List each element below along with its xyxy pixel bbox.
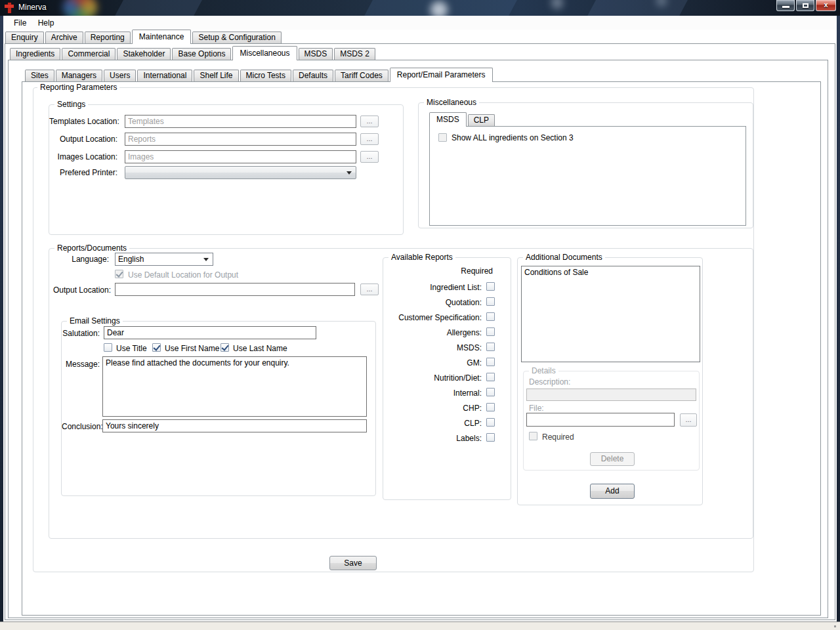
- tab-shelf-life[interactable]: Shelf Life: [194, 70, 238, 81]
- tab-miscellaneous[interactable]: Miscellaneous: [232, 46, 297, 60]
- report-checkbox-msds[interactable]: [486, 343, 495, 351]
- tab-control-msds-clp: MSDS CLP Show ALL ingredients on Section…: [429, 112, 746, 226]
- tab-clp-inner[interactable]: CLP: [468, 114, 495, 126]
- rd-output-browse-button[interactable]: ...: [360, 284, 379, 295]
- delete-button[interactable]: Delete: [590, 452, 635, 466]
- tab-stakeholder[interactable]: Stakeholder: [117, 48, 171, 60]
- report-checkbox-nutrition-diet[interactable]: [486, 373, 495, 381]
- report-checkbox-ingredient-list[interactable]: [486, 282, 495, 291]
- output-location-input[interactable]: [125, 133, 356, 146]
- images-browse-button[interactable]: ...: [360, 151, 379, 163]
- report-checkbox-chp[interactable]: [486, 403, 495, 411]
- tab-micro-tests[interactable]: Micro Tests: [240, 70, 291, 81]
- description-input[interactable]: [526, 388, 696, 401]
- tab-strip-main: Enquiry Archive Reporting Maintenance Se…: [5, 30, 835, 43]
- report-label-quotation: Quotation:: [383, 298, 482, 307]
- use-last-name-label: Use Last Name: [233, 344, 287, 353]
- message-textarea[interactable]: Please find attached the documents for y…: [102, 356, 367, 417]
- tab-managers[interactable]: Managers: [56, 70, 102, 81]
- prefered-printer-label: Prefered Printer:: [49, 168, 117, 177]
- tab-report-email-parameters[interactable]: Report/Email Parameters: [390, 68, 493, 82]
- blurred-highlight: [430, 1, 448, 16]
- prefered-printer-select[interactable]: [125, 166, 356, 179]
- tab-msds-inner[interactable]: MSDS: [429, 112, 467, 127]
- templates-browse-button[interactable]: ...: [360, 116, 379, 127]
- rd-output-location-input[interactable]: [115, 283, 355, 296]
- maximize-button[interactable]: [796, 0, 814, 11]
- window-frame-bottom: [0, 621, 840, 630]
- close-button[interactable]: x: [816, 0, 836, 11]
- templates-location-input[interactable]: [125, 115, 356, 128]
- group-reports-documents: Reports/Documents Language: English Use …: [49, 248, 753, 539]
- show-all-ingredients-checkbox[interactable]: [438, 133, 447, 142]
- tab-msds-2[interactable]: MSDS 2: [334, 48, 375, 60]
- window-frame-right: [837, 16, 840, 622]
- group-title: Reporting Parameters: [37, 83, 119, 92]
- save-button[interactable]: Save: [329, 556, 377, 570]
- tab-strip-msds-clp: MSDS CLP: [429, 112, 746, 126]
- minimize-icon: [782, 6, 789, 8]
- report-label-chp: CHP:: [383, 404, 482, 413]
- menu-file[interactable]: File: [9, 16, 31, 30]
- conclusion-input[interactable]: [102, 419, 367, 432]
- group-miscellaneous: Miscellaneous MSDS CLP: [418, 102, 753, 228]
- tab-commercial[interactable]: Commercial: [62, 48, 116, 60]
- required-checkbox[interactable]: [529, 432, 537, 440]
- tab-reporting[interactable]: Reporting: [85, 32, 131, 43]
- language-select[interactable]: English: [115, 253, 213, 266]
- use-first-name-checkbox[interactable]: [152, 343, 161, 352]
- resize-grip[interactable]: [834, 625, 836, 627]
- tab-defaults[interactable]: Defaults: [293, 70, 333, 81]
- close-icon: x: [816, 1, 835, 9]
- list-item-conditions-of-sale[interactable]: Conditions of Sale: [522, 266, 700, 278]
- tab-page-miscellaneous: Sites Managers Users International Shelf…: [8, 60, 828, 618]
- tab-archive[interactable]: Archive: [45, 32, 83, 43]
- title-bar: Minerva: [0, 0, 840, 16]
- tab-ingredients[interactable]: Ingredients: [10, 48, 60, 60]
- glass-streak: [106, 0, 209, 16]
- conclusion-label: Conclusion:: [62, 422, 100, 431]
- tab-control-main: Enquiry Archive Reporting Maintenance Se…: [5, 30, 835, 620]
- report-label-customer-specification: Customer Specification:: [383, 313, 482, 322]
- minimize-button[interactable]: [776, 0, 795, 11]
- tab-international[interactable]: International: [137, 70, 192, 81]
- menu-help[interactable]: Help: [33, 16, 59, 30]
- language-value: English: [118, 255, 144, 264]
- group-title: Details: [529, 366, 558, 375]
- salutation-input[interactable]: [104, 326, 316, 339]
- tab-maintenance[interactable]: Maintenance: [132, 30, 192, 44]
- report-checkbox-quotation[interactable]: [486, 297, 495, 306]
- tab-users[interactable]: Users: [104, 70, 136, 81]
- additional-documents-listbox[interactable]: Conditions of Sale: [521, 266, 700, 362]
- report-checkbox-labels[interactable]: [486, 433, 495, 442]
- report-checkbox-internal[interactable]: [486, 388, 495, 396]
- file-input[interactable]: [526, 413, 675, 427]
- tab-page-maintenance: Ingredients Commercial Stakeholder Base …: [5, 43, 835, 620]
- use-last-name-checkbox[interactable]: [220, 343, 229, 352]
- report-checkbox-allergens[interactable]: [486, 327, 495, 336]
- rd-output-location-label: Output Location:: [49, 285, 111, 295]
- output-browse-button[interactable]: ...: [360, 133, 379, 145]
- tab-control-miscellaneous: Sites Managers Users International Shelf…: [22, 68, 821, 616]
- images-location-label: Images Location:: [49, 152, 117, 161]
- file-browse-button[interactable]: ...: [680, 413, 697, 427]
- tab-sites[interactable]: Sites: [25, 70, 54, 81]
- tab-tariff-codes[interactable]: Tariff Codes: [335, 70, 388, 81]
- tab-strip-maintenance: Ingredients Commercial Stakeholder Base …: [8, 46, 828, 60]
- add-button[interactable]: Add: [590, 484, 635, 499]
- report-checkbox-gm[interactable]: [486, 358, 495, 366]
- group-available-reports: Available Reports Required Ingredient Li…: [383, 257, 511, 500]
- window-title: Minerva: [18, 3, 47, 12]
- tab-enquiry[interactable]: Enquiry: [5, 32, 44, 43]
- images-location-input[interactable]: [125, 150, 356, 163]
- tab-setup-configuration[interactable]: Setup & Configuration: [192, 32, 281, 43]
- use-title-checkbox[interactable]: [104, 343, 112, 352]
- use-default-location-label: Use Default Location for Output: [128, 270, 238, 280]
- application-window: Minerva x File Help Enquiry Archive Repo…: [0, 0, 840, 630]
- language-label: Language:: [49, 255, 109, 264]
- report-checkbox-customer-specification[interactable]: [486, 312, 495, 321]
- use-default-location-checkbox[interactable]: [115, 270, 123, 278]
- tab-msds[interactable]: MSDS: [299, 48, 333, 60]
- report-checkbox-clp[interactable]: [486, 418, 495, 427]
- tab-base-options[interactable]: Base Options: [172, 48, 231, 60]
